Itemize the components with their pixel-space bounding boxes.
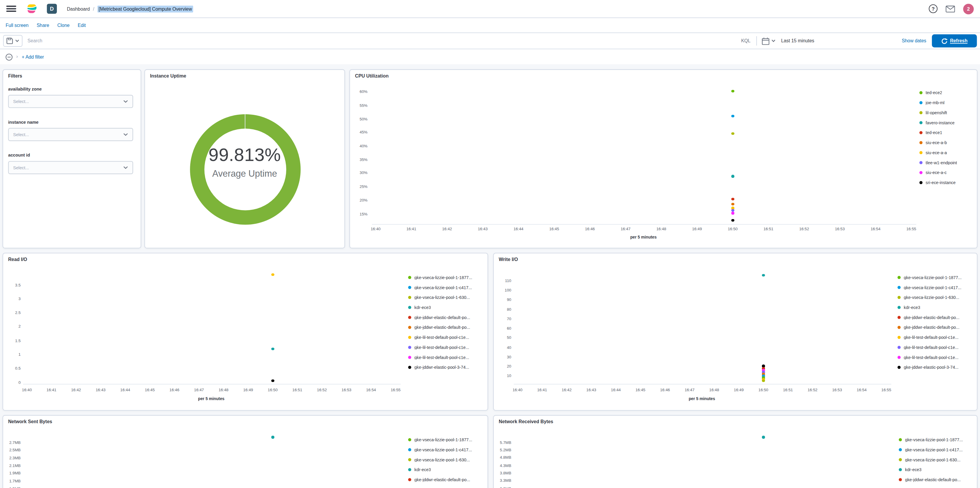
legend-swatch-icon	[897, 296, 901, 299]
legend-item[interactable]: gke-vseca-lizzie-pool-1-630...	[408, 455, 472, 464]
y-axis-label: 2	[3, 323, 21, 329]
chevron-down-icon	[123, 100, 128, 103]
legend-item[interactable]: gke-vseca-lizzie-pool-1-630...	[897, 292, 962, 302]
x-axis-label: 16:54	[866, 227, 885, 231]
add-filter-link[interactable]: + Add filter	[22, 54, 44, 60]
legend-item[interactable]: gke-jddwr-elastic-pool-3-74...	[408, 362, 472, 372]
x-axis-label: 16:42	[438, 227, 457, 231]
legend-item[interactable]: gke-jddwr-elastic-default-po...	[408, 474, 472, 485]
legend-item[interactable]: lil-openshift	[919, 108, 957, 117]
legend-item[interactable]: kdr-ece3	[408, 302, 472, 312]
instance-name-select[interactable]: Select...	[8, 128, 133, 141]
write-io-chart: 11010090807060504030201016:4016:4116:421…	[494, 254, 977, 410]
legend-item[interactable]: gke-jddwr-elastic-default-po...	[408, 312, 472, 322]
legend-item[interactable]: gke-jddwr-elastic-default-po...	[897, 322, 962, 332]
filter-options-icon[interactable]	[6, 53, 13, 60]
legend-swatch-icon	[919, 101, 923, 104]
legend-label: joe-mb-ml	[926, 100, 945, 105]
mail-icon[interactable]	[946, 5, 955, 12]
x-axis-label: 16:50	[263, 388, 282, 392]
y-axis-label: 15%	[350, 211, 368, 216]
data-point	[731, 114, 734, 117]
legend-swatch-icon	[919, 161, 923, 164]
legend-item[interactable]: kdr-ece3	[408, 464, 472, 474]
user-avatar[interactable]: 2	[963, 3, 974, 14]
legend-item[interactable]: siu-ece-a-b	[919, 137, 957, 147]
hamburger-menu-icon[interactable]	[6, 4, 16, 14]
availability-zone-select[interactable]: Select...	[8, 95, 133, 108]
data-point	[272, 379, 274, 382]
full-screen-link[interactable]: Full screen	[6, 22, 29, 28]
legend-item[interactable]: gke-lil-test-default-pool-c1e...	[897, 332, 962, 342]
legend-label: gke-vseca-lizzie-pool-1-1877...	[414, 437, 472, 442]
clone-link[interactable]: Clone	[57, 22, 69, 28]
legend-item[interactable]: gke-vseca-lizzie-pool-1-c417...	[897, 282, 962, 292]
legend-item[interactable]: ted-ece2	[919, 87, 957, 97]
y-axis-label: 90	[494, 296, 511, 302]
y-axis-label: 0.5	[3, 365, 21, 371]
edit-link[interactable]: Edit	[78, 22, 86, 28]
legend-item[interactable]: gke-lil-test-default-pool-c1e...	[897, 352, 962, 362]
legend-item[interactable]: gke-lil-test-default-pool-c1e...	[408, 332, 472, 342]
legend-item[interactable]: siu-ece-a-a	[919, 147, 957, 157]
legend-item[interactable]: gke-lil-test-default-pool-c1e...	[897, 342, 962, 352]
legend-item[interactable]: siu-ece-a-c	[919, 168, 957, 177]
legend-item[interactable]: gke-vseca-lizzie-pool-1-1877...	[897, 272, 962, 282]
y-axis-label: 2.7MB	[3, 439, 21, 445]
x-axis-label: 16:41	[42, 388, 61, 392]
share-link[interactable]: Share	[37, 22, 49, 28]
space-badge[interactable]: D	[47, 4, 57, 14]
y-axis-label: 10	[494, 373, 511, 379]
x-axis-label: 16:43	[91, 388, 110, 392]
legend-item[interactable]: gke-lil-test-default-pool-c1e...	[408, 342, 472, 352]
legend-item[interactable]: gke-vseca-lizzie-pool-1-c417...	[408, 445, 472, 455]
legend-item[interactable]: gke-vseca-lizzie-pool-1-c417...	[408, 282, 472, 292]
x-axis-label: 16:48	[705, 388, 723, 392]
x-axis-label: 16:45	[545, 227, 563, 231]
legend-item[interactable]: gke-vseca-lizzie-pool-1-630...	[408, 292, 472, 302]
legend-item[interactable]: sri-ece-instance	[919, 177, 957, 188]
y-axis-label: 40	[494, 344, 511, 350]
data-point	[762, 274, 765, 276]
time-range-value[interactable]: Last 15 minutes	[781, 38, 902, 44]
x-axis-label: 16:54	[361, 388, 380, 392]
legend-swatch-icon	[408, 468, 411, 471]
show-dates-link[interactable]: Show dates	[902, 38, 926, 44]
legend-label: gke-vseca-lizzie-pool-1-1877...	[414, 275, 472, 279]
field-label: instance name	[8, 120, 133, 124]
legend-item[interactable]: favero-instance	[919, 117, 957, 128]
breadcrumb-dashboard[interactable]: Dashboard	[67, 6, 90, 11]
legend-item[interactable]: joe-mb-ml	[919, 97, 957, 108]
saved-query-button[interactable]	[3, 35, 22, 47]
date-picker-button[interactable]	[762, 37, 776, 44]
refresh-icon	[941, 38, 947, 44]
legend-item[interactable]: gke-jddwr-elastic-pool-3-74...	[897, 362, 962, 372]
legend-item[interactable]: kdr-ece3	[899, 464, 963, 474]
help-icon[interactable]: ?	[929, 5, 938, 13]
search-input[interactable]	[22, 38, 739, 44]
legend-item[interactable]: gke-jddwr-elastic-default-po...	[408, 485, 472, 488]
legend-swatch-icon	[897, 306, 901, 309]
data-point	[272, 273, 274, 276]
refresh-button[interactable]: Refresh	[932, 34, 977, 48]
legend-item[interactable]: gke-lil-test-default-pool-c1e...	[408, 352, 472, 362]
dashboard-grid: Filters availability zone Select... inst…	[0, 64, 980, 488]
legend-item[interactable]: gke-vseca-lizzie-pool-1-c417...	[899, 445, 963, 455]
x-axis-label: 16:51	[778, 388, 797, 392]
legend-item[interactable]: gke-jddwr-elastic-default-po...	[899, 485, 963, 488]
legend-item[interactable]: kdr-ece3	[897, 302, 962, 312]
legend-item[interactable]: gke-vseca-lizzie-pool-1-1877...	[408, 272, 472, 282]
query-language-button[interactable]: KQL	[741, 38, 751, 44]
legend-item[interactable]: gke-vseca-lizzie-pool-1-1877...	[408, 434, 472, 445]
x-axis-title: per 5 minutes	[376, 234, 911, 239]
legend-item[interactable]: tlee-w1-endpoint	[919, 157, 957, 168]
legend-item[interactable]: gke-jddwr-elastic-default-po...	[899, 474, 963, 485]
account-id-select[interactable]: Select...	[8, 161, 133, 174]
legend-item[interactable]: gke-jddwr-elastic-default-po...	[897, 312, 962, 322]
legend-item[interactable]: gke-jddwr-elastic-default-po...	[408, 322, 472, 332]
panel-network-sent-bytes: Network Sent Bytes 2.7MB2.5MB2.3MB2.1MB1…	[2, 415, 488, 488]
legend-item[interactable]: ted-ece1	[919, 128, 957, 138]
legend-item[interactable]: gke-vseca-lizzie-pool-1-630...	[899, 455, 963, 464]
legend-swatch-icon	[408, 276, 411, 279]
legend-item[interactable]: gke-vseca-lizzie-pool-1-1877...	[899, 434, 963, 445]
